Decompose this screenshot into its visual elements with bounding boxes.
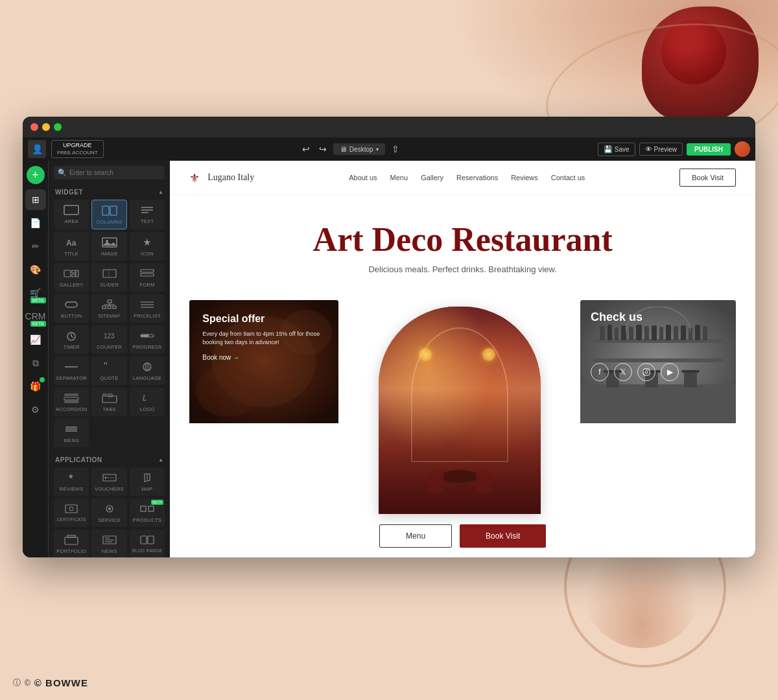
topbar-center: ↩ ↪ 🖥 Desktop ▾ ⇧ [109, 143, 593, 156]
accordion-icon [62, 391, 80, 404]
widget-columns[interactable]: COLUMNS [91, 200, 126, 229]
twitter-icon[interactable]: 𝕏 [614, 363, 632, 381]
widget-accordion[interactable]: ACCORDION [54, 388, 89, 416]
cta-menu-button[interactable]: Menu [379, 524, 452, 548]
nav-book-visit-button[interactable]: Book Visit [679, 169, 736, 187]
widget-title[interactable]: Aa TITLE [54, 232, 89, 261]
nav-menu[interactable]: Menu [390, 174, 408, 181]
svg-point-55 [69, 507, 73, 511]
sidebar-icon-rail: + ⊞ 📄 ✏ 🎨 🛒 BETA CRM BETA 📈 ⧉ 🎁 ⚙ [23, 161, 49, 557]
nav-reviews[interactable]: Reviews [511, 174, 538, 181]
widget-slider[interactable]: SLIDER [91, 263, 126, 292]
svg-rect-40 [64, 397, 78, 400]
minimize-dot[interactable] [42, 123, 50, 131]
search-input[interactable] [69, 169, 161, 176]
cart-icon-button[interactable]: 🛒 BETA [25, 283, 46, 303]
app-certificate[interactable]: CERTIFICATE [54, 498, 89, 527]
avatar[interactable] [735, 141, 750, 157]
app-vouchers[interactable]: VOUCHERS [91, 467, 126, 496]
edit-icon-button[interactable]: ✏ [25, 236, 46, 257]
svg-rect-22 [113, 306, 116, 309]
application-chevron[interactable]: ▲ [158, 457, 163, 463]
settings-icon-button[interactable]: ⚙ [25, 399, 46, 420]
widget-icon[interactable]: ICON [130, 232, 165, 261]
youtube-icon[interactable]: ▶ [661, 363, 679, 381]
svg-marker-49 [68, 474, 73, 479]
widget-sitemap[interactable]: SITEMAP [91, 294, 126, 323]
widget-progress[interactable]: PROGRESS [130, 325, 165, 354]
widget-button[interactable]: BUTTON [54, 294, 89, 323]
widget-gallery[interactable]: GALLERY [54, 263, 89, 292]
widget-pricelist[interactable]: PRICELIST [130, 294, 165, 323]
app-products[interactable]: PRODUCTS BETA [130, 498, 165, 527]
app-reviews[interactable]: REVIEWS [54, 467, 89, 496]
widget-timer[interactable]: TIMER [54, 325, 89, 354]
check-us-title: Check us [591, 310, 725, 324]
app-news[interactable]: NEWS [91, 530, 126, 557]
widget-separator[interactable]: SEPARATOR [54, 356, 89, 385]
widget-menu[interactable]: MENU [54, 419, 89, 447]
preview-button[interactable]: 👁 Preview [639, 143, 683, 156]
app-service[interactable]: SERVICE [91, 498, 126, 527]
widget-tabs[interactable]: TABS [91, 388, 126, 416]
svg-rect-58 [141, 506, 146, 511]
site-hero: Art Deco Restaurant Delicious meals. Per… [170, 195, 755, 300]
columns-icon [100, 204, 119, 217]
maximize-dot[interactable] [54, 123, 62, 131]
svg-rect-66 [141, 536, 147, 544]
add-element-button[interactable]: + [27, 166, 45, 184]
app-portfolio[interactable]: PORTFOLIO [54, 530, 89, 557]
device-selector[interactable]: 🖥 Desktop ▾ [333, 143, 385, 155]
crm-icon-button[interactable]: CRM BETA [25, 306, 46, 327]
cta-book-visit-button[interactable]: Book Visit [460, 524, 546, 548]
widget-search: 🔍 [54, 166, 165, 180]
design-icon-button[interactable]: 🎨 [25, 259, 46, 280]
svg-rect-18 [65, 302, 77, 307]
pages-icon-button[interactable]: 📄 [25, 213, 46, 233]
analytics-icon-button[interactable]: 📈 [25, 329, 46, 350]
user-icon[interactable]: 👤 [28, 140, 46, 158]
topbar-actions: 💾 Save 👁 Preview PUBLISH [598, 141, 750, 157]
redo-button[interactable]: ↪ [316, 143, 329, 156]
widget-chevron[interactable]: ▲ [158, 189, 163, 195]
widget-area[interactable]: AREA [54, 200, 89, 229]
upgrade-button[interactable]: UPGRADE FREE ACCOUNT [51, 140, 104, 158]
app-map[interactable]: MAP [130, 467, 165, 496]
publish-button[interactable]: PUBLISH [687, 143, 731, 156]
app-blog-range[interactable]: BLOG RANGE [130, 530, 165, 557]
widget-form[interactable]: FORM [130, 263, 165, 292]
svg-rect-33 [141, 334, 149, 337]
hero-subtitle: Delicious meals. Perfect drinks. Breatht… [189, 264, 736, 274]
svg-rect-61 [65, 537, 78, 544]
facebook-icon[interactable]: f [591, 363, 609, 381]
svg-text:L: L [143, 393, 147, 402]
svg-point-51 [104, 477, 106, 479]
widget-language[interactable]: LANGUAGE [130, 356, 165, 385]
icon-widget-icon [138, 236, 156, 249]
widget-counter[interactable]: 123 COUNTER [91, 325, 126, 354]
nav-reservations[interactable]: Reservations [456, 174, 498, 181]
svg-rect-120 [643, 369, 650, 375]
book-now-link[interactable]: Book now → [202, 354, 325, 361]
nav-gallery[interactable]: Gallery [421, 174, 443, 181]
share-button[interactable]: ⇧ [389, 143, 402, 156]
save-button[interactable]: 💾 Save [598, 143, 635, 156]
undo-button[interactable]: ↩ [300, 143, 312, 156]
widget-quote[interactable]: " QUOTE [91, 356, 126, 385]
site-navbar: ⚜ Lugano Italy About us Menu Gallery Res… [170, 161, 755, 195]
pricelist-icon [138, 298, 156, 311]
site-collage: Special offer Every day from 9am to 4pm … [170, 300, 755, 514]
layers-icon-button[interactable]: ⧉ [25, 353, 46, 373]
gifts-icon-button[interactable]: 🎁 [25, 376, 46, 397]
widget-text[interactable]: TEXT [130, 200, 165, 229]
social-icons-row: f 𝕏 ▶ [591, 363, 725, 381]
instagram-icon[interactable] [637, 363, 655, 381]
widget-logo[interactable]: L LOGO [130, 388, 165, 416]
widget-image[interactable]: IMAGE [91, 232, 126, 261]
nav-about[interactable]: About us [349, 174, 377, 181]
close-dot[interactable] [30, 123, 38, 131]
vouchers-icon [100, 471, 119, 484]
website-preview: ⚜ Lugano Italy About us Menu Gallery Res… [170, 161, 755, 557]
widgets-icon-button[interactable]: ⊞ [25, 189, 46, 210]
nav-contact[interactable]: Contact us [551, 174, 585, 181]
